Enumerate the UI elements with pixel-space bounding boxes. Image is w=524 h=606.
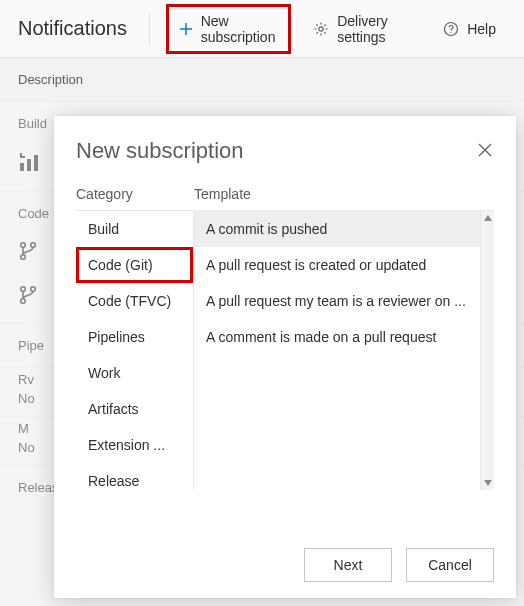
template-item-pr-created[interactable]: A pull request is created or updated (194, 247, 480, 283)
svg-marker-16 (484, 215, 492, 221)
close-button[interactable] (478, 143, 494, 159)
scroll-down-icon[interactable] (481, 476, 494, 490)
svg-marker-17 (484, 480, 492, 486)
category-item-pipelines[interactable]: Pipelines (76, 319, 193, 355)
template-scrollbar[interactable] (480, 211, 494, 490)
template-item-pr-team-reviewer[interactable]: A pull request my team is a reviewer on … (194, 283, 480, 319)
svg-rect-6 (27, 159, 31, 171)
page-title: Notifications (18, 17, 127, 40)
delivery-settings-label: Delivery settings (337, 13, 411, 45)
template-item-pr-comment[interactable]: A comment is made on a pull request (194, 319, 480, 355)
delivery-settings-button[interactable]: Delivery settings (303, 7, 421, 51)
svg-rect-7 (34, 155, 38, 171)
plus-icon (179, 22, 193, 36)
svg-point-2 (319, 26, 323, 30)
svg-rect-5 (20, 163, 24, 171)
dialog-title: New subscription (76, 138, 244, 164)
category-item-code-git[interactable]: Code (Git) (76, 247, 193, 283)
svg-point-9 (21, 255, 26, 260)
template-pane: A commit is pushed A pull request is cre… (194, 211, 494, 490)
svg-point-12 (21, 299, 26, 304)
category-item-extension[interactable]: Extension ... (76, 427, 193, 463)
new-subscription-label: New subscription (201, 13, 278, 45)
svg-point-4 (451, 32, 452, 33)
svg-point-10 (31, 243, 36, 248)
category-item-build[interactable]: Build (76, 211, 193, 247)
gear-icon (313, 21, 329, 37)
category-item-work[interactable]: Work (76, 355, 193, 391)
category-item-release[interactable]: Release (76, 463, 193, 490)
template-item-commit-pushed[interactable]: A commit is pushed (194, 211, 480, 247)
category-item-artifacts[interactable]: Artifacts (76, 391, 193, 427)
description-header: Description (0, 58, 524, 101)
next-button[interactable]: Next (304, 548, 392, 582)
template-list: A commit is pushed A pull request is cre… (194, 211, 480, 490)
category-list: Build Code (Git) Code (TFVC) Pipelines W… (76, 211, 194, 490)
category-column-header: Category (76, 186, 194, 202)
svg-point-13 (31, 287, 36, 292)
template-column-header: Template (194, 186, 251, 202)
description-label: Description (18, 72, 83, 87)
help-icon (443, 21, 459, 37)
svg-point-8 (21, 243, 26, 248)
new-subscription-button[interactable]: New subscription (166, 4, 291, 54)
toolbar: Notifications New subscription Delivery … (0, 0, 524, 58)
dialog-header: New subscription (76, 138, 494, 164)
separator (149, 13, 150, 45)
help-label: Help (467, 21, 496, 37)
svg-point-11 (21, 287, 26, 292)
help-button[interactable]: Help (433, 15, 506, 43)
cancel-button[interactable]: Cancel (406, 548, 494, 582)
scroll-up-icon[interactable] (481, 211, 494, 225)
new-subscription-dialog: New subscription Category Template Build… (54, 116, 516, 598)
dialog-footer: Next Cancel (76, 528, 494, 582)
column-headers: Category Template (76, 186, 494, 202)
category-item-code-tfvc[interactable]: Code (TFVC) (76, 283, 193, 319)
lists-container: Build Code (Git) Code (TFVC) Pipelines W… (76, 210, 494, 490)
